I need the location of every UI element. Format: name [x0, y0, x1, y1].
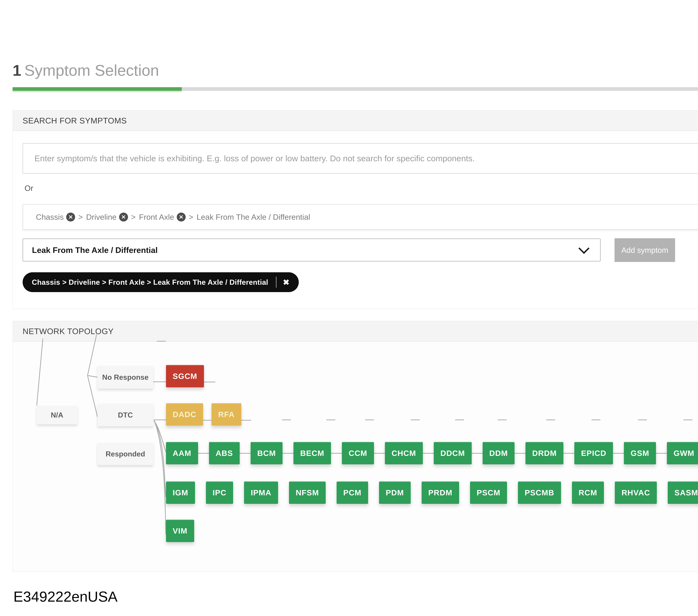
module-row-dtc: DADCRFA — [166, 403, 241, 426]
module-pdm[interactable]: PDM — [379, 482, 410, 504]
breadcrumb: Chassis✕>Driveline✕>Front Axle✕>Leak Fro… — [23, 204, 698, 230]
breadcrumb-segment: Front Axle — [139, 213, 174, 221]
page-title: 1Symptom Selection — [13, 61, 698, 80]
selected-symptom-chip-label: Chassis > Driveline > Front Axle > Leak … — [32, 278, 268, 286]
module-row-responded-1: AAMABSBCMBECMCCMCHCMDDCMDDMDRDMEPICDGSMG… — [166, 442, 698, 464]
module-rcm[interactable]: RCM — [572, 482, 604, 504]
module-igm[interactable]: IGM — [166, 482, 195, 504]
module-bcm[interactable]: BCM — [251, 442, 283, 464]
module-drdm[interactable]: DRDM — [526, 442, 563, 464]
symptom-search-input[interactable] — [23, 143, 698, 173]
status-node-responded: Responded — [97, 443, 153, 465]
module-abs[interactable]: ABS — [209, 442, 240, 464]
module-ipc[interactable]: IPC — [206, 482, 233, 504]
module-aam[interactable]: AAM — [166, 442, 198, 464]
module-pscmb[interactable]: PSCMB — [518, 482, 561, 504]
module-gsm[interactable]: GSM — [624, 442, 656, 464]
module-row-responded-3: VIM — [166, 520, 194, 542]
step-number: 1 — [13, 62, 21, 79]
module-rhvac[interactable]: RHVAC — [615, 482, 657, 504]
chevron-down-icon — [578, 243, 589, 254]
breadcrumb-segment: Chassis — [36, 213, 64, 221]
breadcrumb-separator: > — [189, 213, 193, 221]
status-node-dtc: DTC — [97, 404, 153, 426]
remove-segment-icon[interactable]: ✕ — [119, 213, 128, 221]
module-sgcm[interactable]: SGCM — [166, 365, 204, 387]
symptom-select[interactable]: Leak From The Axle / Differential — [23, 239, 601, 261]
network-topology-panel: NETWORK TOPOLOGY — [13, 321, 698, 572]
module-chcm[interactable]: CHCM — [385, 442, 423, 464]
chip-divider — [276, 277, 276, 288]
step-header: 1Symptom Selection — [13, 61, 698, 80]
module-ipma[interactable]: IPMA — [244, 482, 278, 504]
step-title: Symptom Selection — [24, 62, 159, 79]
selected-symptom-chip: Chassis > Driveline > Front Axle > Leak … — [23, 272, 299, 292]
module-sasm[interactable]: SASM — [668, 482, 698, 504]
remove-segment-icon[interactable]: ✕ — [177, 213, 186, 221]
module-vim[interactable]: VIM — [166, 520, 194, 542]
symptom-select-value: Leak From The Axle / Differential — [32, 245, 158, 255]
or-label: Or — [25, 184, 698, 192]
module-gwm[interactable]: GWM — [667, 442, 698, 464]
breadcrumb-segment: Driveline — [86, 213, 116, 221]
document-code: E349222enUSA — [13, 588, 117, 605]
module-becm[interactable]: BECM — [293, 442, 331, 464]
search-panel-title: SEARCH FOR SYMPTOMS — [13, 111, 698, 131]
module-rfa[interactable]: RFA — [211, 403, 241, 426]
breadcrumb-separator: > — [131, 213, 136, 221]
module-dadc[interactable]: DADC — [166, 403, 203, 426]
step-progress-track — [13, 87, 698, 91]
module-row-responded-2: IGMIPCIPMANFSMPCMPDMPRDMPSCMPSCMBRCMRHVA… — [166, 482, 698, 504]
step-progress-fill — [13, 87, 182, 91]
breadcrumb-separator: > — [78, 213, 83, 221]
module-ccm[interactable]: CCM — [342, 442, 374, 464]
module-ddcm[interactable]: DDCM — [434, 442, 472, 464]
module-ddm[interactable]: DDM — [483, 442, 515, 464]
breadcrumb-path: Chassis✕>Driveline✕>Front Axle✕>Leak Fro… — [34, 213, 311, 221]
breadcrumb-segment: Leak From The Axle / Differential — [197, 213, 310, 221]
root-node-na: N/A — [37, 406, 77, 424]
module-pcm[interactable]: PCM — [337, 482, 368, 504]
module-row-no-response: SGCM — [166, 365, 204, 387]
module-prdm[interactable]: PRDM — [422, 482, 459, 504]
remove-segment-icon[interactable]: ✕ — [66, 213, 75, 221]
module-pscm[interactable]: PSCM — [470, 482, 507, 504]
module-nfsm[interactable]: NFSM — [289, 482, 326, 504]
add-symptom-button[interactable]: Add symptom — [615, 238, 675, 262]
symptom-select-row: Leak From The Axle / Differential Add sy… — [23, 239, 698, 262]
status-node-no-response: No Response — [97, 366, 153, 389]
search-for-symptoms-panel: SEARCH FOR SYMPTOMS Or Chassis✕>Drivelin… — [13, 110, 698, 309]
remove-symptom-icon[interactable]: ✖ — [283, 278, 289, 287]
symptom-selection-page: 1Symptom Selection SEARCH FOR SYMPTOMS O… — [0, 0, 698, 616]
topology-diagram: N/A No Response DTC Responded SGCM DADCR… — [13, 321, 698, 572]
search-panel-body: Or Chassis✕>Driveline✕>Front Axle✕>Leak … — [13, 143, 698, 292]
module-epicd[interactable]: EPICD — [574, 442, 613, 464]
